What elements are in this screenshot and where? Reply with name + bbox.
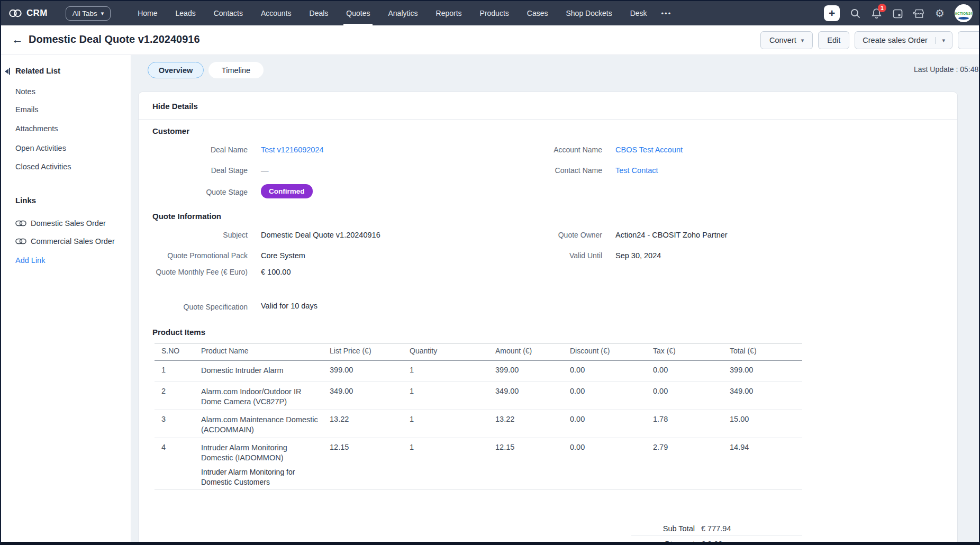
sidebar-item-open-activities[interactable]: Open Activities [15, 144, 66, 152]
nav-tab-reports[interactable]: Reports [427, 1, 471, 25]
marketplace-shop-icon[interactable] [913, 8, 925, 19]
hide-details-toggle[interactable]: Hide Details [152, 102, 198, 111]
chain-link-icon [15, 220, 26, 226]
notifications-bell-icon[interactable]: 1 [871, 7, 882, 19]
nav-tab-analytics[interactable]: Analytics [379, 1, 427, 25]
crm-window: CRM All Tabs ▾ Home Leads Contacts Accou… [0, 0, 980, 545]
account-name-link[interactable]: CBOS Test Account [615, 145, 683, 155]
quick-create-button[interactable]: + [824, 5, 840, 21]
avatar-logo-arc [958, 17, 969, 20]
related-list-title: Related List [15, 66, 60, 75]
chain-link-icon [15, 238, 26, 244]
nav-tab-desk[interactable]: Desk [621, 1, 656, 25]
link-domestic-sales-order[interactable]: Domestic Sales Order [15, 219, 106, 228]
sidebar-item-closed-activities[interactable]: Closed Activities [15, 162, 71, 171]
quote-detail-card: Hide Details Customer Deal Name Test v12… [138, 92, 958, 545]
page-title: Domestic Deal Quote v1.20240916 [29, 33, 200, 46]
page-header: ← Domestic Deal Quote v1.20240916 Conver… [1, 25, 979, 55]
field-label-deal-stage: Deal Stage [150, 166, 248, 176]
field-label-account-name: Account Name [504, 145, 602, 155]
product-name-link[interactable]: Domestic Intruder Alarm [201, 366, 320, 376]
search-icon[interactable] [850, 8, 861, 19]
contact-name-link[interactable]: Test Contact [615, 166, 658, 176]
nav-tab-accounts[interactable]: Accounts [252, 1, 301, 25]
deal-stage-value: — [261, 166, 269, 176]
link-commercial-sales-order[interactable]: Commercial Sales Order [15, 237, 115, 246]
links-title: Links [15, 196, 36, 205]
user-avatar[interactable]: ACTION24 [955, 4, 973, 22]
deal-name-link[interactable]: Test v1216092024 [261, 145, 324, 155]
discount-value: € 0.00 [701, 540, 722, 545]
tab-overview[interactable]: Overview [148, 62, 204, 78]
nav-tab-products[interactable]: Products [471, 1, 518, 25]
nav-tab-home[interactable]: Home [129, 1, 166, 25]
create-sales-order-button[interactable]: Create sales Order ▾ [855, 31, 952, 49]
quote-stage-badge: Confirmed [261, 184, 313, 198]
quote-info-section-title: Quote Information [152, 212, 221, 221]
sidebar-item-attachments[interactable]: Attachments [15, 124, 58, 133]
table-header-border [155, 360, 802, 361]
nav-tab-shop-dockets[interactable]: Shop Dockets [557, 1, 621, 25]
sidebar-item-notes[interactable]: Notes [15, 87, 35, 96]
field-label-promotional-pack: Quote Promotional Pack [150, 251, 248, 261]
divider [139, 119, 957, 120]
add-link-button[interactable]: Add Link [15, 256, 45, 265]
quote-stage-value: Confirmed [261, 184, 313, 198]
main-content: Overview Timeline Last Update : 05:48 Hi… [131, 55, 979, 542]
product-description: Intruder Alarm Monitoring for Domestic C… [201, 467, 315, 487]
valid-until-value: Sep 30, 2024 [615, 251, 661, 261]
sidebar-item-emails[interactable]: Emails [15, 105, 39, 114]
zoho-logo-icon [8, 7, 22, 19]
calendar-icon[interactable] [892, 8, 903, 19]
field-label-contact-name: Contact Name [504, 166, 602, 176]
product-name-link[interactable]: Intruder Alarm Monitoring Domestic (IADO… [201, 443, 320, 463]
caret-down-icon: ▾ [801, 38, 804, 43]
monthly-fee-value: € 100.00 [261, 267, 291, 277]
top-navbar: CRM All Tabs ▾ Home Leads Contacts Accou… [1, 1, 979, 25]
brand: CRM [8, 7, 48, 19]
totals-divider [631, 535, 802, 536]
product-name-link[interactable]: Alarm.com Indoor/Outdoor IR Dome Camera … [201, 387, 320, 407]
nav-tabs: Home Leads Contacts Accounts Deals Quote… [129, 1, 677, 25]
row-divider [155, 381, 802, 382]
tab-timeline[interactable]: Timeline [208, 62, 264, 78]
sidebar-collapse-icon[interactable] [5, 68, 10, 75]
nav-tab-cases[interactable]: Cases [518, 1, 557, 25]
product-items-section-title: Product Items [152, 328, 205, 337]
field-label-quote-owner: Quote Owner [504, 230, 602, 240]
navbar-actions: + 1 [824, 1, 973, 25]
caret-down-icon[interactable]: ▾ [935, 37, 952, 44]
header-buttons: Convert ▾ Edit Create sales Order ▾ [760, 31, 980, 49]
back-arrow-icon[interactable]: ← [12, 33, 23, 47]
brand-name: CRM [26, 8, 48, 19]
customer-section-title: Customer [152, 126, 189, 135]
product-name-link[interactable]: Alarm.com Maintenance Domestic (ACDOMMAI… [201, 415, 320, 435]
field-label-deal-name: Deal Name [150, 145, 248, 155]
edit-button[interactable]: Edit [818, 31, 849, 49]
notification-count-badge: 1 [878, 4, 886, 12]
subject-value: Domestic Deal Quote v1.20240916 [261, 230, 380, 240]
discount-label: Discount [589, 540, 695, 545]
settings-gear-icon[interactable]: ⚙ [935, 8, 945, 19]
quote-owner-value: Action24 - CBOSIT Zoho Partner [615, 230, 728, 240]
nav-tab-deals[interactable]: Deals [301, 1, 338, 25]
nav-tab-leads[interactable]: Leads [167, 1, 205, 25]
nav-tab-contacts[interactable]: Contacts [205, 1, 252, 25]
quote-specification-value: Valid for 10 days [261, 301, 317, 311]
subtotal-value: € 777.94 [701, 524, 731, 533]
caret-down-icon: ▾ [101, 11, 104, 16]
nav-tab-quotes[interactable]: Quotes [337, 1, 379, 25]
row-divider [155, 410, 802, 410]
field-label-monthly-fee: Quote Monthly Fee (€ Euro) [150, 267, 248, 277]
field-label-quote-stage: Quote Stage [150, 187, 248, 197]
convert-button[interactable]: Convert ▾ [760, 31, 813, 49]
clipped-edge-button[interactable] [958, 31, 980, 49]
field-label-quote-specification: Quote Specification [150, 302, 248, 312]
all-tabs-dropdown[interactable]: All Tabs ▾ [66, 6, 111, 21]
subtotal-label: Sub Total [589, 524, 695, 533]
promotional-pack-value: Core System [261, 251, 305, 261]
row-divider [155, 438, 802, 438]
field-label-valid-until: Valid Until [504, 251, 602, 261]
related-list-sidebar: Related List Notes Emails Attachments Op… [1, 55, 131, 542]
nav-overflow-menu[interactable]: ••• [656, 1, 677, 25]
